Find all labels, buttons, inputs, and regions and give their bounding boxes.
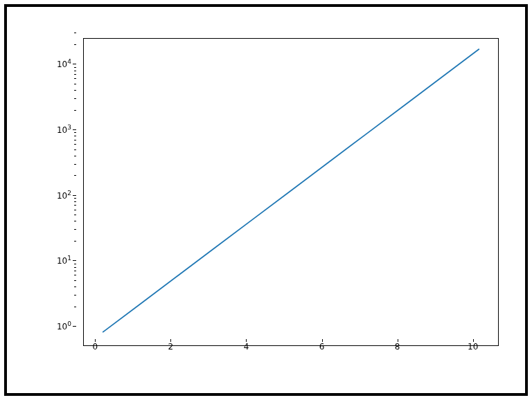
x-tick: [322, 339, 323, 342]
y-tick-minor: [74, 110, 76, 111]
y-tick-minor: [74, 295, 76, 296]
y-tick-minor: [74, 267, 76, 268]
y-tick-minor: [74, 156, 76, 156]
y-tick-minor: [74, 149, 76, 150]
y-tick-minor: [74, 198, 76, 199]
y-tick-minor: [74, 67, 76, 68]
y-tick-minor: [74, 241, 76, 242]
y-tick-minor: [74, 205, 76, 206]
y-tick-minor: [74, 144, 76, 145]
y-tick-minor: [74, 201, 76, 202]
y-tick-minor: [74, 140, 76, 140]
x-tick: [246, 339, 247, 342]
y-tick-label-1: 101: [44, 255, 71, 266]
y-tick-major: [73, 64, 76, 64]
y-tick-major: [73, 260, 76, 261]
x-tick: [398, 339, 398, 342]
y-tick-minor: [74, 307, 76, 307]
y-tick-major: [73, 195, 76, 196]
figure-border: [4, 4, 528, 396]
y-tick-label-3: 103: [44, 124, 71, 135]
y-tick-label-4: 104: [44, 58, 71, 69]
y-tick-minor: [74, 74, 76, 75]
x-tick: [170, 339, 171, 342]
x-tick-label-3: 6: [308, 342, 336, 352]
y-tick-major: [73, 326, 76, 327]
x-tick-label-2: 4: [232, 342, 260, 352]
x-tick-label-4: 8: [384, 342, 411, 352]
y-tick-major: [73, 129, 76, 130]
y-tick-minor: [74, 164, 76, 165]
plot-area: [83, 38, 499, 346]
y-tick-minor: [74, 132, 76, 133]
line-series-0: [103, 49, 479, 332]
chart-canvas: [84, 39, 498, 345]
y-tick-minor: [74, 210, 76, 210]
y-tick-minor: [74, 33, 76, 33]
y-tick-label-0: 100: [44, 320, 71, 331]
y-tick-minor: [74, 215, 76, 215]
x-tick-label-5: 10: [459, 342, 487, 352]
y-tick-minor: [74, 98, 76, 99]
x-tick: [95, 339, 96, 342]
x-tick: [473, 339, 474, 342]
y-tick-minor: [74, 84, 76, 84]
y-tick-minor: [74, 271, 76, 271]
y-tick-minor: [74, 264, 76, 264]
y-tick-minor: [74, 90, 76, 91]
y-tick-label-2: 102: [44, 190, 71, 201]
y-tick-minor: [74, 221, 76, 221]
x-tick-label-0: 0: [81, 342, 109, 352]
y-tick-minor: [74, 275, 76, 275]
y-tick-minor: [74, 175, 76, 176]
y-tick-minor: [74, 229, 76, 230]
y-tick-minor: [74, 44, 76, 45]
y-tick-minor: [74, 78, 76, 79]
y-tick-minor: [74, 280, 76, 281]
y-tick-minor: [74, 287, 76, 287]
x-tick-label-1: 2: [157, 342, 184, 352]
y-tick-minor: [74, 136, 76, 136]
y-tick-minor: [74, 71, 76, 71]
